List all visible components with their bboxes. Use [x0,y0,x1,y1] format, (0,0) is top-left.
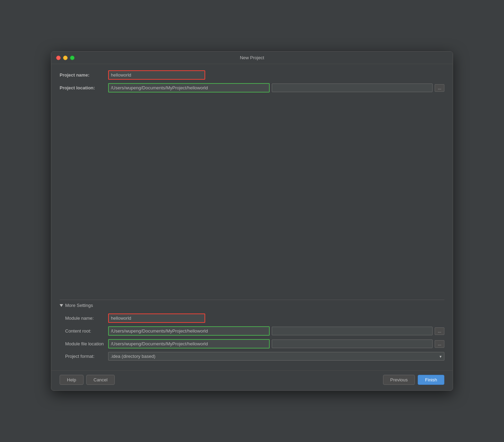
module-file-location-input[interactable] [108,339,270,348]
dialog-footer: Help Cancel Previous Finish [51,370,453,390]
project-format-row: Project format: .idea (directory based) … [60,352,444,361]
dialog-body: Project name: Project location: ... More… [51,64,453,370]
content-root-extra-input[interactable] [272,327,433,335]
close-button[interactable] [56,55,61,60]
module-file-location-browse-button[interactable]: ... [435,340,444,348]
module-name-label: Module name: [60,316,108,321]
new-project-dialog: New Project Project name: Project locati… [51,51,453,391]
project-format-label: Project format: [60,354,108,359]
footer-right-buttons: Previous Finish [383,375,444,385]
maximize-button[interactable] [70,55,75,60]
module-name-row: Module name: [60,313,444,323]
content-root-row: Content root: ... [60,326,444,336]
project-format-select-wrapper: .idea (directory based) .ipr (file based… [108,352,444,361]
project-location-extra-input[interactable] [272,83,433,92]
cancel-button[interactable]: Cancel [86,375,115,385]
dialog-title: New Project [240,55,264,60]
finish-button[interactable]: Finish [418,375,444,385]
project-location-input[interactable] [108,83,270,92]
traffic-lights [56,55,75,60]
project-location-label: Project location: [60,85,108,90]
project-name-row: Project name: [60,70,444,80]
project-name-label: Project name: [60,72,108,78]
project-location-wrapper: ... [108,83,444,92]
module-file-location-row: Module file location ... [60,339,444,348]
middle-space [60,96,444,300]
minimize-button[interactable] [63,55,68,60]
content-root-wrapper: ... [108,326,444,336]
title-bar: New Project [51,52,453,64]
project-location-row: Project location: ... [60,83,444,92]
more-settings-header[interactable]: More Settings [60,300,444,311]
module-name-input[interactable] [108,313,205,323]
content-root-browse-button[interactable]: ... [435,327,444,335]
module-file-location-extra-input[interactable] [272,339,433,348]
help-button[interactable]: Help [60,375,84,385]
project-location-browse-button[interactable]: ... [435,84,444,92]
project-name-input[interactable] [108,70,205,80]
module-file-location-wrapper: ... [108,339,444,348]
project-format-select[interactable]: .idea (directory based) .ipr (file based… [108,352,444,361]
previous-button[interactable]: Previous [383,375,415,385]
collapse-icon [60,304,63,307]
footer-left-buttons: Help Cancel [60,375,115,385]
content-root-input[interactable] [108,326,270,336]
more-settings-section: More Settings Module name: Content root:… [60,300,444,364]
content-root-label: Content root: [60,328,108,334]
more-settings-label: More Settings [65,303,93,308]
module-file-location-label: Module file location [60,341,108,346]
